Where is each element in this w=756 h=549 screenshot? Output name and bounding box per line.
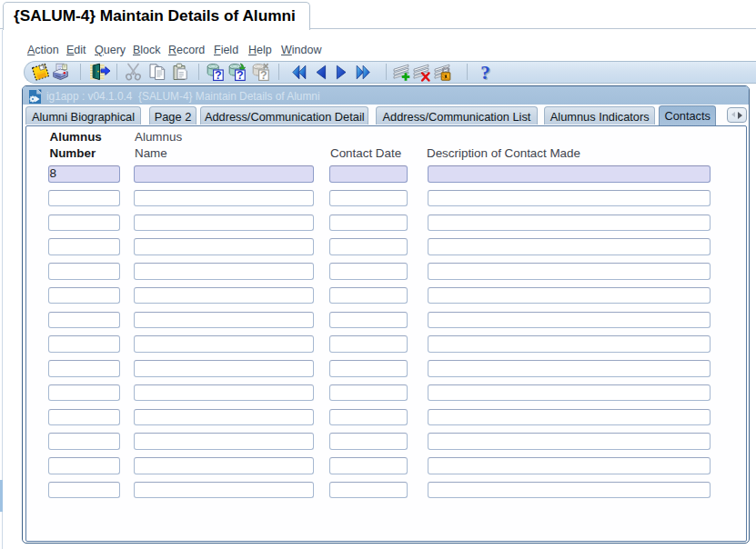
svg-text:?: ? (237, 68, 244, 81)
svg-text:?: ? (215, 68, 222, 81)
svg-text:?: ? (480, 62, 490, 83)
svg-text:?: ? (260, 68, 267, 81)
